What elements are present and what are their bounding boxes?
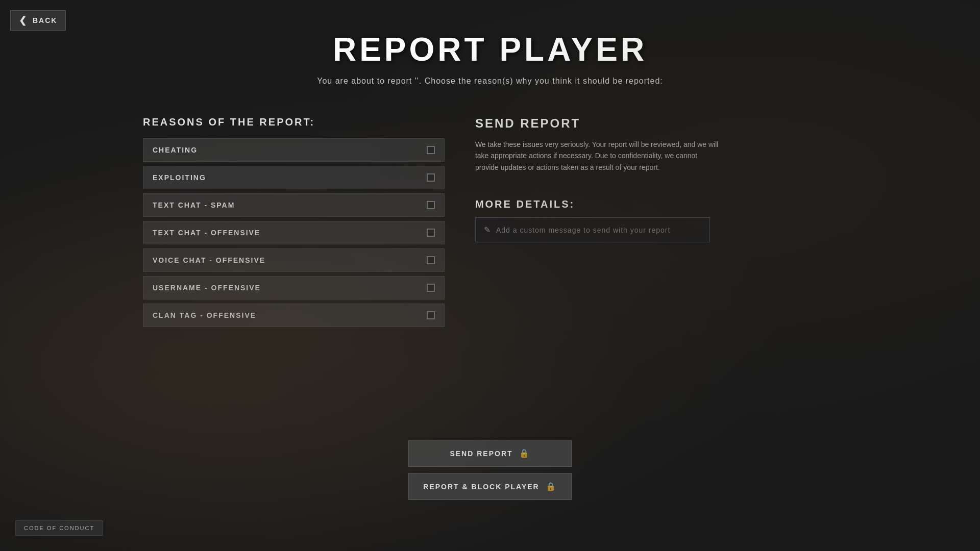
lock-icon-block: 🔒 [546,482,557,491]
back-arrow-icon: ❮ [19,15,28,26]
send-report-title: SEND REPORT [475,116,837,131]
reason-cheating[interactable]: CHEATING [143,138,445,162]
report-block-button[interactable]: REPORT & BLOCK PLAYER 🔒 [408,473,572,500]
reason-cheating-label: CHEATING [153,146,198,154]
reason-username-offensive-checkbox[interactable] [427,284,435,292]
reason-exploiting[interactable]: EXPLOITING [143,166,445,189]
send-report-button-label: SEND REPORT [450,449,512,458]
reason-voice-chat-offensive-label: VOICE CHAT - OFFENSIVE [153,256,265,264]
reason-clan-tag-offensive-checkbox[interactable] [427,311,435,319]
reason-username-offensive[interactable]: USERNAME - OFFENSIVE [143,276,445,299]
reason-clan-tag-offensive[interactable]: CLAN TAG - OFFENSIVE [143,304,445,327]
custom-message-input[interactable] [496,226,701,234]
back-button-label: BACK [33,16,57,24]
more-details-title: MORE DETAILS: [475,198,837,210]
reason-cheating-checkbox[interactable] [427,146,435,154]
reasons-panel: REASONS OF THE REPORT: CHEATING EXPLOITI… [143,116,445,331]
reason-clan-tag-offensive-label: CLAN TAG - OFFENSIVE [153,311,256,319]
reason-voice-chat-offensive[interactable]: VOICE CHAT - OFFENSIVE [143,248,445,272]
send-report-panel: SEND REPORT We take these issues very se… [475,116,837,331]
reason-text-chat-offensive-label: TEXT CHAT - OFFENSIVE [153,229,260,237]
page-subtitle: You are about to report ''. Choose the r… [0,77,980,86]
back-button[interactable]: ❮ BACK [10,10,66,31]
reason-text-chat-spam-checkbox[interactable] [427,201,435,209]
reason-username-offensive-label: USERNAME - OFFENSIVE [153,284,261,292]
send-report-button[interactable]: SEND REPORT 🔒 [408,440,572,467]
reasons-section-title: REASONS OF THE REPORT: [143,116,445,128]
lock-icon-send: 🔒 [519,448,530,458]
code-of-conduct-label: CODE OF CONDUCT [24,525,94,531]
reason-exploiting-label: EXPLOITING [153,173,206,182]
report-block-button-label: REPORT & BLOCK PLAYER [423,483,539,491]
reason-text-chat-offensive-checkbox[interactable] [427,229,435,237]
code-of-conduct-button[interactable]: CODE OF CONDUCT [15,520,103,536]
reason-exploiting-checkbox[interactable] [427,173,435,182]
main-content: REASONS OF THE REPORT: CHEATING EXPLOITI… [0,96,980,331]
reason-voice-chat-offensive-checkbox[interactable] [427,256,435,264]
report-description: We take these issues very seriously. You… [475,139,720,173]
reason-text-chat-offensive[interactable]: TEXT CHAT - OFFENSIVE [143,221,445,244]
custom-message-container: ✎ [475,217,710,242]
reason-text-chat-spam-label: TEXT CHAT - SPAM [153,201,235,209]
subtitle-prefix: You are about to report ' [317,77,417,85]
subtitle-suffix: '. Choose the reason(s) why you think it… [417,77,663,85]
reason-text-chat-spam[interactable]: TEXT CHAT - SPAM [143,193,445,217]
pen-icon: ✎ [484,225,491,235]
bottom-buttons: SEND REPORT 🔒 REPORT & BLOCK PLAYER 🔒 [408,440,572,500]
page-title: REPORT PLAYER [0,0,980,68]
